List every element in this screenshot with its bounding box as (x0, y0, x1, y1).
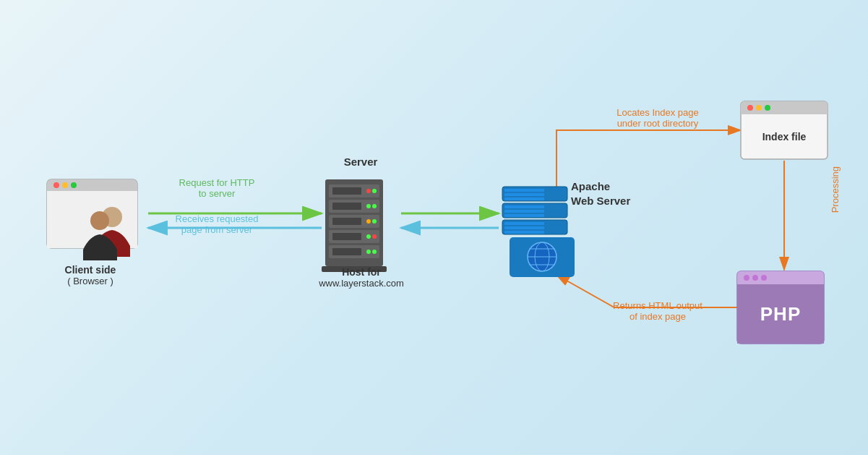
svg-point-69 (765, 105, 770, 111)
svg-point-14 (62, 182, 68, 188)
diagram-container: Client side ( Browser ) Server Host for … (0, 0, 868, 455)
svg-rect-25 (329, 245, 379, 258)
svg-point-60 (535, 242, 549, 271)
svg-rect-35 (332, 233, 361, 240)
svg-rect-55 (504, 226, 544, 229)
svg-point-75 (761, 275, 767, 281)
svg-rect-11 (47, 179, 137, 191)
svg-point-67 (747, 105, 753, 111)
svg-rect-16 (47, 191, 137, 248)
svg-point-40 (372, 250, 377, 254)
svg-rect-17 (47, 240, 137, 248)
server-host-label: Host for www.layerstack.com (304, 266, 419, 289)
php-label: PHP (737, 284, 824, 344)
svg-rect-21 (329, 184, 379, 197)
index-file-label: Index file (741, 114, 828, 159)
svg-rect-20 (325, 179, 383, 266)
svg-rect-56 (504, 231, 544, 234)
returns-html-label: Returns HTML output of index page (585, 300, 730, 322)
server-label: Server (328, 156, 393, 168)
http-request-label: Request for HTTP to server (159, 177, 275, 199)
receive-response-label: Receives requested page from server (159, 213, 275, 235)
svg-rect-57 (510, 237, 575, 277)
svg-point-31 (372, 204, 377, 208)
svg-point-74 (752, 275, 758, 281)
svg-rect-66 (741, 109, 828, 114)
svg-point-58 (528, 242, 557, 271)
svg-rect-49 (504, 205, 544, 208)
svg-rect-38 (332, 248, 361, 255)
svg-point-28 (372, 189, 377, 193)
client-main-label: Client side (40, 264, 141, 276)
apache-main-label: Apache (571, 179, 630, 194)
svg-rect-71 (737, 271, 824, 284)
svg-point-19 (90, 211, 109, 230)
svg-rect-42 (502, 187, 567, 201)
svg-point-15 (71, 182, 77, 188)
svg-rect-24 (329, 230, 379, 243)
svg-point-13 (53, 182, 59, 188)
svg-rect-48 (502, 203, 567, 218)
svg-point-27 (366, 189, 371, 193)
svg-rect-23 (329, 215, 379, 228)
svg-point-18 (102, 207, 122, 227)
svg-point-37 (372, 234, 377, 239)
svg-point-59 (528, 242, 557, 271)
svg-rect-46 (504, 197, 544, 200)
svg-rect-43 (502, 187, 567, 201)
server-host-main: Host for (304, 266, 419, 278)
svg-point-33 (366, 219, 371, 224)
svg-rect-65 (741, 101, 828, 114)
svg-rect-26 (332, 187, 361, 195)
svg-rect-12 (47, 185, 137, 191)
svg-point-39 (366, 250, 371, 254)
locates-index-label: Locates Index page under root directory (585, 107, 730, 129)
svg-point-68 (756, 105, 762, 111)
processing-label: Processing (830, 166, 841, 213)
svg-point-36 (366, 234, 371, 239)
apache-label: Apache Web Server (571, 179, 630, 208)
svg-rect-32 (332, 218, 361, 225)
server-host-url: www.layerstack.com (304, 278, 419, 289)
svg-rect-52 (502, 220, 567, 234)
svg-rect-51 (504, 214, 544, 217)
svg-rect-22 (329, 200, 379, 213)
svg-rect-72 (737, 278, 824, 284)
svg-point-34 (372, 219, 377, 224)
svg-point-73 (744, 275, 749, 281)
svg-rect-10 (47, 179, 137, 248)
svg-rect-47 (502, 203, 567, 218)
client-sub-label: ( Browser ) (40, 276, 141, 286)
svg-rect-53 (502, 220, 567, 234)
svg-point-30 (366, 204, 371, 208)
client-label: Client side ( Browser ) (40, 264, 141, 286)
svg-rect-45 (504, 193, 544, 196)
svg-rect-29 (332, 203, 361, 210)
svg-rect-54 (504, 222, 544, 225)
svg-rect-50 (504, 210, 544, 213)
apache-sub-label: Web Server (571, 194, 630, 208)
svg-rect-44 (504, 189, 544, 192)
